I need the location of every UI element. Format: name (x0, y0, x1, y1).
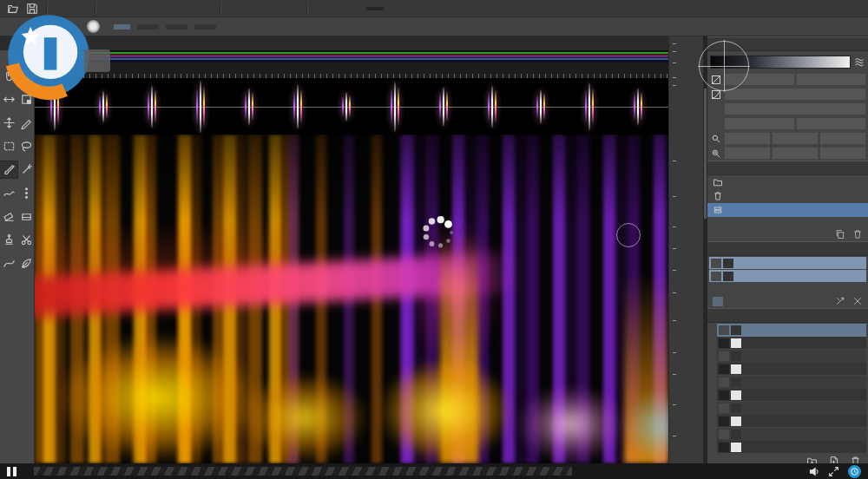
layer-thumb-icon[interactable] (719, 443, 729, 452)
spectrogram-canvas[interactable] (35, 135, 668, 463)
zoom-tool[interactable] (17, 68, 35, 84)
skip-start-button[interactable] (314, 2, 337, 16)
solo-button[interactable] (731, 325, 741, 335)
sharpness-field[interactable] (797, 118, 866, 129)
skip-end-button[interactable] (340, 2, 363, 16)
layer-color-swatch[interactable] (709, 350, 717, 375)
layer-thumb-icon[interactable] (719, 364, 729, 374)
mute-button[interactable] (719, 351, 729, 361)
pen-tool[interactable] (17, 115, 35, 131)
solo-button[interactable] (723, 259, 733, 268)
layer-thumb-icon[interactable] (719, 417, 729, 426)
layer-volume-slider[interactable] (743, 338, 837, 348)
solo-button[interactable] (731, 351, 741, 361)
delete-state-icon[interactable] (852, 229, 863, 240)
dotted-line-tool[interactable] (17, 185, 35, 201)
freehand-tool[interactable] (0, 185, 17, 201)
channel-matrix-button[interactable] (713, 297, 723, 306)
frame-select-tool[interactable] (17, 91, 35, 108)
brush-size-field[interactable] (137, 24, 159, 30)
brush-preview-icon[interactable] (87, 20, 100, 33)
layer-volume-slider[interactable] (743, 364, 837, 374)
layer-drums[interactable] (709, 402, 866, 427)
layer-cymbals[interactable] (709, 428, 866, 453)
layers-section-header[interactable] (707, 308, 868, 323)
sampling-icon[interactable] (710, 103, 722, 115)
time-zoom-icon[interactable] (710, 133, 722, 144)
magic-wand-tool[interactable] (17, 161, 35, 178)
freq-zoom-icon[interactable] (710, 148, 722, 159)
colormap-layers-icon[interactable] (853, 56, 865, 68)
channel-front-right[interactable] (709, 270, 866, 282)
new-layer-icon[interactable] (828, 456, 839, 464)
view-freq-span[interactable] (773, 148, 818, 159)
view-end-time[interactable] (820, 133, 865, 144)
mute-button[interactable] (719, 325, 729, 335)
copy-state-icon[interactable] (835, 229, 845, 240)
new-group-icon[interactable] (806, 456, 818, 464)
history-section-header[interactable] (707, 161, 868, 175)
merge-button[interactable] (198, 2, 214, 16)
eraser-tool[interactable] (0, 208, 17, 225)
stop-button[interactable] (227, 2, 243, 16)
resolution-icon[interactable] (710, 118, 722, 129)
delete-selection-button[interactable] (122, 2, 137, 16)
layer-color-swatch[interactable] (709, 402, 717, 427)
copy-button[interactable] (160, 2, 175, 16)
scrub-bar[interactable] (34, 467, 572, 476)
mute-button[interactable] (711, 272, 721, 281)
loop-button[interactable] (285, 2, 300, 16)
level-overview-strip[interactable] (35, 50, 668, 62)
redo-button[interactable] (73, 2, 89, 16)
scrollbar-thumb[interactable] (704, 89, 707, 219)
layer-add-button[interactable] (731, 390, 741, 400)
sampling-size-field[interactable] (725, 103, 865, 115)
time-select-tool[interactable] (0, 91, 17, 108)
layer-add-button[interactable] (731, 417, 741, 426)
channel-cross-icon[interactable] (852, 296, 863, 306)
solo-button[interactable] (731, 430, 741, 439)
view-min-freq[interactable] (725, 148, 770, 159)
channel-front-left[interactable] (709, 257, 866, 269)
expand-icon[interactable] (828, 466, 839, 477)
play-button[interactable] (247, 2, 262, 16)
solo-button[interactable] (723, 272, 733, 281)
speaker-icon[interactable] (808, 466, 819, 477)
layer-kick[interactable] (709, 350, 866, 375)
pan-tool[interactable] (0, 68, 17, 84)
layer-volume-slider[interactable] (743, 443, 837, 452)
timeline-ruler[interactable] (35, 62, 668, 78)
layer-thumb-icon[interactable] (719, 390, 729, 400)
pause-icon[interactable] (7, 467, 16, 476)
view-max-freq[interactable] (820, 148, 865, 159)
marquee-select-tool[interactable] (0, 138, 17, 154)
cut-button[interactable] (141, 2, 156, 16)
clock-badge[interactable] (848, 465, 861, 478)
view-start-time[interactable] (725, 133, 770, 144)
brightness-curve-field[interactable] (725, 89, 865, 100)
record-button[interactable] (266, 2, 281, 16)
layer-bass[interactable] (709, 324, 866, 349)
layer-volume-slider[interactable] (743, 417, 837, 426)
layer-add-button[interactable] (731, 443, 741, 452)
mute-button[interactable] (719, 377, 729, 387)
layer-add-button[interactable] (731, 338, 741, 348)
save-button[interactable] (24, 2, 40, 16)
deselect-button[interactable] (102, 2, 118, 16)
solo-button[interactable] (731, 377, 741, 387)
channels-section-header[interactable] (707, 241, 868, 256)
layer-color-swatch[interactable] (709, 324, 717, 349)
transform-tool[interactable] (0, 115, 17, 131)
layer-add-button[interactable] (731, 364, 741, 374)
max-amplitude-field[interactable] (797, 74, 866, 85)
area-eraser-tool[interactable] (17, 208, 35, 225)
open-file-button[interactable] (5, 2, 21, 16)
layer-color-swatch[interactable] (709, 376, 717, 401)
view-duration[interactable] (773, 133, 818, 144)
waveform-display[interactable] (35, 78, 668, 135)
curve-tool[interactable] (0, 255, 17, 272)
aspect-ratio-field[interactable] (166, 24, 187, 30)
undo-button[interactable] (54, 2, 69, 16)
cut-tool[interactable] (17, 232, 35, 248)
paste-button[interactable] (179, 2, 194, 16)
